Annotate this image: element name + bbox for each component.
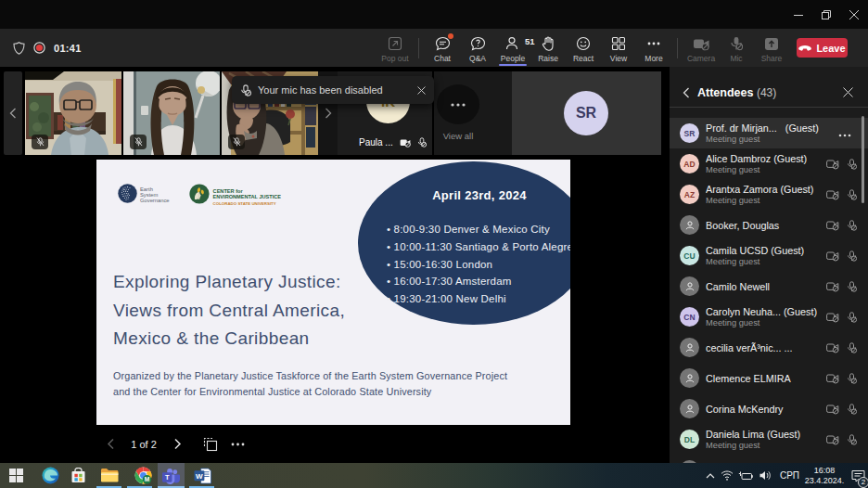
attendee-name: cecilia verÃ³nic... ... [706, 342, 826, 353]
tray-battery-icon[interactable] [736, 471, 756, 481]
attendee-row[interactable]: AZ Arantxa Zamora (Guest) Meeting guest [670, 179, 868, 210]
start-button[interactable] [3, 463, 29, 488]
people-button[interactable]: 51People [495, 29, 530, 67]
attendee-person-icon [680, 276, 699, 296]
slide-gallery-icon[interactable] [199, 437, 222, 452]
attendee-row[interactable]: CU Camila UCSD (Guest) Meeting guest [670, 240, 868, 271]
attendee-camera-off-icon [826, 220, 839, 231]
slide-date-title: April 23rd, 2024 [371, 188, 570, 202]
cej-logo-line: ENVIRONMENTAL JUSTICE [213, 194, 281, 199]
leave-label: Leave [816, 43, 845, 54]
toast-message: Your mic has been disabled [258, 84, 411, 96]
slide-organizer-text: Organized by the Planetary Justice Taskf… [113, 368, 507, 400]
taskbar-explorer-icon[interactable] [96, 463, 122, 488]
attendee-avatar: DL [680, 430, 699, 449]
camera-button[interactable]: Camera [683, 29, 719, 67]
restore-button[interactable] [812, 0, 840, 29]
attendee-row[interactable]: cecilia verÃ³nic... ... [670, 332, 868, 363]
chat-icon [435, 35, 451, 51]
attendee-av-status [826, 159, 857, 170]
attendee-row[interactable]: Camilo Newell [670, 271, 868, 302]
attendee-row[interactable]: Clemence ELMIRA [670, 363, 868, 393]
taskbar-store-icon[interactable] [65, 463, 91, 488]
slide-title-line: Exploring Planetary Justice: [113, 268, 345, 297]
attendee-role: Meeting guest [706, 441, 826, 450]
attendee-name: Camila UCSD (Guest) [706, 245, 826, 256]
tray-action-center-icon[interactable]: 2 [849, 469, 867, 482]
popout-icon [388, 35, 402, 51]
panel-back-button[interactable] [683, 87, 690, 98]
taskbar-word-icon[interactable]: W [189, 463, 215, 488]
attendee-text: Camilo Newell [706, 281, 826, 292]
share-button[interactable]: Share [754, 29, 789, 67]
svg-text:M: M [144, 476, 149, 482]
taskbar-edge-icon[interactable] [37, 463, 63, 488]
people-icon: 51 [505, 35, 520, 51]
attendee-row[interactable]: AD Alice Dambroz (Guest) Meeting guest [670, 148, 868, 179]
react-button[interactable]: React [566, 29, 601, 67]
slide-main-title: Exploring Planetary Justice:Views from C… [113, 268, 345, 353]
camera-icon [693, 35, 710, 51]
attendee-av-status [826, 220, 857, 231]
attendee-row[interactable]: Corina McKendry [670, 393, 868, 424]
panel-close-button[interactable] [843, 87, 853, 97]
toast-close-icon[interactable] [417, 86, 426, 95]
attendee-row[interactable]: Booker, Douglas [670, 210, 868, 240]
attendee-av-status [826, 404, 857, 415]
tray-show-hidden-icons-button[interactable] [704, 473, 718, 479]
filmstrip-scroll-left-button[interactable] [4, 71, 22, 155]
attendee-mic-off-icon [847, 434, 857, 445]
attendee-row[interactable] [670, 455, 868, 463]
attendee-text: Arantxa Zamora (Guest) Meeting guest [706, 184, 826, 205]
attendee-more-options[interactable] [838, 128, 851, 139]
popout-button[interactable]: Pop out [377, 29, 413, 67]
chat-label: Chat [434, 54, 451, 63]
attendee-row[interactable]: CN Carolyn Neuha... (Guest) Meeting gues… [670, 302, 868, 332]
attendees-count: (43) [757, 86, 776, 99]
previous-slide-button[interactable] [96, 438, 124, 450]
video-tile-participant-2[interactable] [123, 71, 220, 155]
meeting-stage: IK Paula ... [0, 67, 868, 463]
leave-button[interactable]: Leave [797, 38, 848, 58]
raise-button[interactable]: Raise [530, 29, 566, 67]
qa-button[interactable]: Q&A [460, 29, 495, 67]
hidden-participants-tile[interactable]: View all [434, 71, 512, 155]
chat-button[interactable]: Chat [425, 29, 460, 67]
qa-label: Q&A [469, 54, 486, 63]
mic-label: Mic [730, 54, 742, 63]
schedule-line: • 15:00-16:30 London [387, 256, 570, 274]
windows-taskbar: M T W [0, 463, 868, 488]
mic-muted-icon [240, 84, 251, 96]
next-slide-button[interactable] [163, 438, 191, 450]
close-window-button[interactable] [840, 0, 868, 29]
tray-clock[interactable]: 16:08 23.4.2024. [803, 466, 846, 485]
attendee-text: Prof. dr Mirjan... (Guest) Meeting guest [706, 122, 838, 144]
video-tile-participant-1[interactable] [25, 71, 121, 155]
more-button[interactable]: More [636, 29, 671, 67]
attendees-title-text: Attendees [697, 86, 753, 99]
minimize-button[interactable] [785, 0, 812, 29]
taskbar-chrome-icon[interactable]: M [130, 463, 156, 488]
attendee-text: Clemence ELMIRA [706, 373, 826, 384]
earth-system-governance-label: EarthSystemGovernance [140, 187, 170, 206]
presentation-more-options-button[interactable] [225, 443, 249, 446]
attendee-text: Carolyn Neuha... (Guest) Meeting guest [706, 306, 826, 327]
environmental-justice-center-label: CENTER for ENVIRONMENTAL JUSTICE COLORAD… [213, 188, 281, 206]
view-button[interactable]: View [601, 29, 636, 67]
attendees-panel-header: Attendees (43) [670, 78, 868, 107]
tray-language-indicator[interactable]: СРП [780, 470, 799, 481]
mic-button[interactable]: Mic [719, 29, 754, 67]
attendee-row[interactable]: SR Prof. dr Mirjan... (Guest) Meeting gu… [670, 118, 868, 148]
spotlight-tile[interactable]: SR [512, 71, 661, 155]
taskbar-teams-icon[interactable]: T [159, 463, 185, 488]
attendee-row[interactable]: DL Daniela Lima (Guest) Meeting guest [670, 424, 868, 455]
shared-presentation-slide[interactable]: April 23rd, 2024 • 8:00-9:30 Denver & Me… [96, 160, 570, 425]
view-all-label[interactable]: View all [434, 131, 482, 141]
tray-wifi-icon[interactable] [718, 470, 736, 481]
more-icon [646, 35, 661, 51]
attendee-name: Arantxa Zamora (Guest) [706, 184, 826, 195]
attendee-camera-off-icon [826, 342, 839, 353]
attendee-text: Corina McKendry [706, 404, 826, 415]
tray-volume-icon[interactable] [756, 470, 775, 481]
attendees-scrollbar[interactable] [862, 116, 864, 203]
